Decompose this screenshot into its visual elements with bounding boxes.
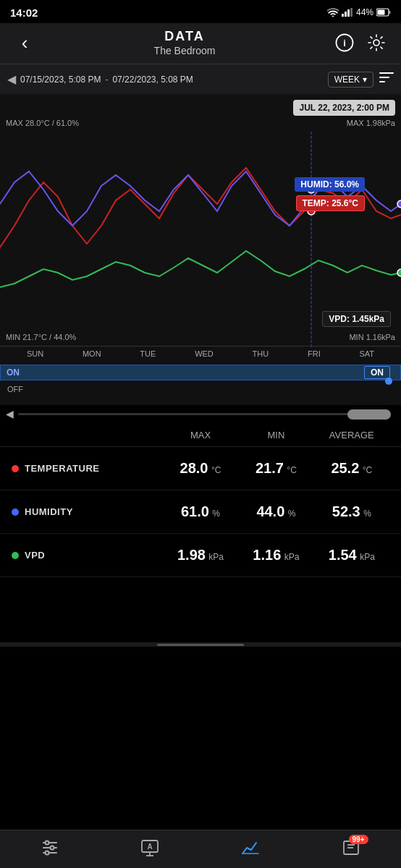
status-bar: 14:02 44% xyxy=(0,0,401,23)
on-badge: ON xyxy=(364,366,390,379)
wifi-icon xyxy=(327,8,339,17)
day-sun: SUN xyxy=(27,349,43,358)
page-scrollbar[interactable] xyxy=(0,642,401,647)
svg-rect-0 xyxy=(342,14,344,17)
humidity-min: 44.0 % xyxy=(238,503,313,520)
battery-text: 44% xyxy=(356,7,373,17)
gear-icon xyxy=(367,33,386,52)
page-scroll-thumb[interactable] xyxy=(157,644,244,646)
sort-button[interactable] xyxy=(379,70,394,88)
off-label: OFF xyxy=(7,385,23,393)
info-icon: i xyxy=(335,33,354,52)
week-label: WEEK xyxy=(334,75,360,85)
date-separator: - xyxy=(105,75,108,85)
humidity-label: HUMIDITY xyxy=(12,506,163,517)
svg-rect-2 xyxy=(347,9,350,17)
nav-notifications[interactable]: 99+ xyxy=(341,838,361,858)
vpd-label: VPD xyxy=(12,550,163,561)
svg-point-16 xyxy=(397,269,401,276)
bottom-nav: A 99+ xyxy=(0,830,401,868)
svg-rect-11 xyxy=(379,77,389,78)
chart-date-tooltip: JUL 22, 2023, 2:00 PM xyxy=(293,100,395,116)
humidity-avg: 52.3 % xyxy=(314,503,389,520)
vpd-min: 1.16 kPa xyxy=(238,547,313,563)
back-button[interactable]: ‹ xyxy=(12,30,38,56)
week-selector[interactable]: WEEK ▾ xyxy=(328,72,373,88)
vpd-dot xyxy=(12,552,19,559)
scroll-thumb[interactable] xyxy=(347,409,391,420)
monitor-icon: A xyxy=(140,838,160,858)
humidity-dot xyxy=(12,509,19,516)
chart-max-right-label: MAX 1.98kPa xyxy=(347,119,395,127)
temperature-min: 21.7 °C xyxy=(238,460,313,477)
day-axis: SUN MON TUE WED THU FRI SAT xyxy=(0,346,401,358)
day-tue: TUE xyxy=(140,349,156,358)
day-fri: FRI xyxy=(308,349,321,358)
chart-area[interactable]: JUL 22, 2023, 2:00 PM MAX 28.0°C / 61.0%… xyxy=(0,94,401,405)
vpd-avg: 1.54 kPa xyxy=(314,547,389,563)
humid-tooltip: HUMID: 56.0% xyxy=(295,177,365,192)
svg-rect-3 xyxy=(350,8,353,17)
day-wed: WED xyxy=(195,349,214,358)
day-sat: SAT xyxy=(360,349,375,358)
chart-min-right-label: MIN 1.16kPa xyxy=(349,333,395,341)
svg-point-21 xyxy=(45,841,48,845)
temperature-max: 28.0 °C xyxy=(163,460,238,477)
status-time: 14:02 xyxy=(10,7,38,19)
chart-max-left-label: MAX 28.0°C / 61.0% xyxy=(6,119,79,127)
vpd-max: 1.98 kPa xyxy=(163,547,238,563)
svg-point-22 xyxy=(50,846,54,850)
page-subtitle: The Bedroom xyxy=(38,45,332,56)
stats-col-max: MAX xyxy=(163,430,238,441)
vpd-tooltip: VPD: 1.45kPa xyxy=(322,311,391,327)
svg-point-23 xyxy=(45,851,48,855)
chart-min-left-label: MIN 21.7°C / 44.0% xyxy=(6,333,76,341)
temperature-dot xyxy=(12,465,19,472)
signal-icon xyxy=(342,8,353,17)
date-bar-arrow[interactable]: ◀ xyxy=(7,72,16,86)
svg-point-9 xyxy=(373,40,379,46)
stats-section: MAX MIN AVERAGE TEMPERATURE 28.0 °C 21.7… xyxy=(0,422,401,584)
end-date: 07/22/2023, 5:08 PM xyxy=(112,75,193,85)
date-bar: ◀ 07/15/2023, 5:08 PM - 07/22/2023, 5:08… xyxy=(0,64,401,94)
app-header: ‹ DATA The Bedroom i xyxy=(0,23,401,64)
bottom-spacer xyxy=(0,584,401,642)
svg-rect-12 xyxy=(379,81,385,82)
temp-tooltip: TEMP: 25.6°C xyxy=(296,195,365,211)
status-icons: 44% xyxy=(327,7,391,17)
stats-row-humidity: HUMIDITY 61.0 % 44.0 % 52.3 % xyxy=(0,490,401,534)
info-button[interactable]: i xyxy=(332,30,358,56)
nav-settings[interactable] xyxy=(41,838,59,857)
temperature-avg: 25.2 °C xyxy=(314,460,389,477)
page-title: DATA xyxy=(38,29,332,44)
svg-rect-6 xyxy=(378,10,385,15)
sort-icon xyxy=(379,70,394,85)
day-mon: MON xyxy=(83,349,101,358)
stats-header-row: MAX MIN AVERAGE xyxy=(0,430,401,447)
stats-col-avg: AVERAGE xyxy=(314,430,389,441)
on-bar-area: ON ON OFF xyxy=(0,360,401,395)
on-dot xyxy=(385,378,392,385)
start-date: 07/15/2023, 5:08 PM xyxy=(20,75,101,85)
stats-row-temperature: TEMPERATURE 28.0 °C 21.7 °C 25.2 °C xyxy=(0,447,401,490)
svg-point-17 xyxy=(397,200,401,208)
svg-text:A: A xyxy=(147,843,152,851)
chart-line-icon xyxy=(240,838,261,858)
svg-rect-5 xyxy=(389,11,391,14)
nav-monitor[interactable]: A xyxy=(140,838,160,858)
svg-text:i: i xyxy=(343,38,346,48)
on-label: ON xyxy=(7,367,20,378)
nav-data[interactable] xyxy=(240,838,261,858)
stats-row-vpd: VPD 1.98 kPa 1.16 kPa 1.54 kPa xyxy=(0,534,401,577)
chevron-down-icon: ▾ xyxy=(363,75,367,85)
scroll-left-arrow[interactable]: ◀ xyxy=(6,408,14,420)
svg-rect-1 xyxy=(345,12,347,17)
day-thu: THU xyxy=(253,349,269,358)
humidity-max: 61.0 % xyxy=(163,503,238,520)
svg-rect-10 xyxy=(379,72,394,74)
on-bar: ON ON xyxy=(0,365,401,380)
battery-icon xyxy=(376,8,391,17)
scroll-track[interactable] xyxy=(18,413,391,415)
settings-button[interactable] xyxy=(363,30,389,56)
scroll-area[interactable]: ◀ xyxy=(0,405,401,422)
